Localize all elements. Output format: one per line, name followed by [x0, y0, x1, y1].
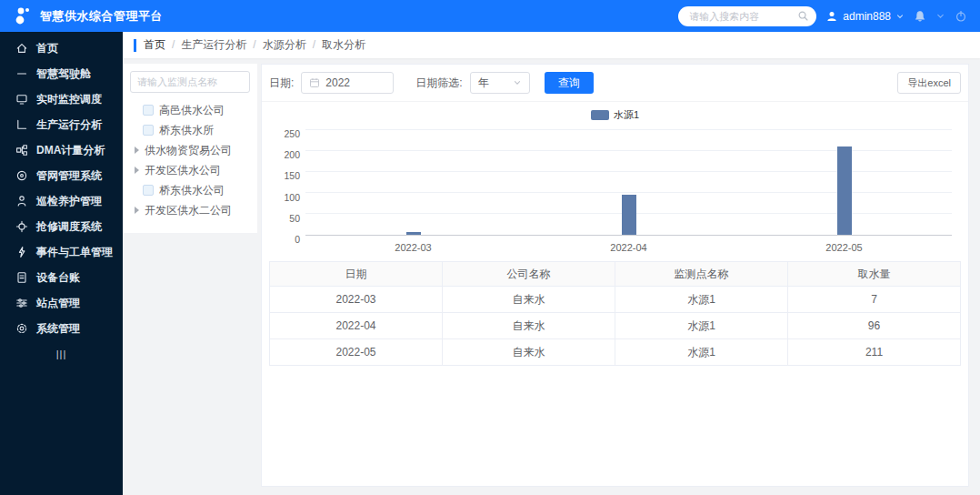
table-cell: 211 — [788, 339, 961, 366]
chart-plot-area: 2022-032022-042022-05 050100150200250 — [269, 126, 952, 254]
patrol-person-icon — [15, 195, 28, 207]
expand-arrow-icon[interactable] — [135, 167, 139, 174]
tree-checkbox[interactable] — [143, 185, 154, 196]
breadcrumb-item[interactable]: 水源分析 — [263, 38, 306, 51]
tree-search-input[interactable] — [130, 71, 250, 93]
breadcrumb-item[interactable]: 生产运行分析 — [181, 38, 246, 51]
table-header-cell: 取水量 — [788, 262, 961, 287]
user-avatar-icon — [825, 10, 838, 23]
sidebar-item-1[interactable]: 首页 — [0, 35, 123, 61]
global-search[interactable] — [678, 6, 816, 26]
table-cell: 自来水 — [443, 313, 615, 339]
period-select[interactable]: 年 — [470, 72, 530, 94]
sidebar-item-label: 管网管理系统 — [36, 168, 102, 184]
table-cell: 7 — [788, 287, 961, 313]
table-cell: 2022-03 — [270, 287, 443, 313]
chart-bar-column — [736, 130, 952, 235]
date-picker[interactable]: 2022 — [301, 72, 394, 94]
data-table-section: 日期公司名称监测点名称取水量 2022-03自来水水源172022-04自来水水… — [269, 261, 961, 366]
tree-item-label: 开发区供水公司 — [145, 163, 221, 178]
table-header-cell: 监测点名称 — [615, 262, 788, 287]
tree-item[interactable]: 桥东供水所 — [130, 120, 250, 140]
chart-legend[interactable]: 水源1 — [262, 106, 968, 123]
tree-item[interactable]: 供水物资贸易公司 — [130, 140, 250, 160]
sidebar-item-label: 抢修调度系统 — [36, 219, 102, 235]
tree-checkbox[interactable] — [143, 105, 154, 116]
y-axis-tick-label: 150 — [269, 170, 300, 181]
breadcrumb-item[interactable]: 首页 — [144, 38, 165, 51]
sidebar-item-3[interactable]: 实时监控调度 — [0, 86, 123, 112]
repair-dispatch-icon — [15, 220, 28, 233]
tree-item[interactable]: 开发区供水公司 — [130, 160, 250, 180]
sidebar-item-2[interactable]: 智慧驾驶舱 — [0, 61, 123, 86]
dashboard-icon — [15, 67, 28, 80]
chart-bar-column — [305, 130, 521, 235]
sidebar-item-8[interactable]: 抢修调度系统 — [0, 214, 123, 239]
filter-toolbar: 日期: 2022 日期筛选: 年 — [262, 65, 968, 101]
chart-bar — [622, 195, 636, 235]
data-table: 日期公司名称监测点名称取水量 2022-03自来水水源172022-04自来水水… — [269, 261, 961, 366]
expand-arrow-icon[interactable] — [135, 146, 139, 154]
table-cell: 自来水 — [443, 339, 615, 366]
username: admin888 — [843, 10, 891, 23]
sidebar-item-label: 设备台账 — [36, 270, 80, 286]
y-axis-tick-label: 250 — [269, 128, 300, 139]
table-row: 2022-03自来水水源17 — [270, 287, 961, 313]
expand-arrow-icon[interactable] — [135, 207, 139, 214]
sidebar-item-label: 生产运行分析 — [36, 117, 102, 133]
search-icon[interactable] — [797, 10, 809, 22]
pipe-network-icon — [15, 169, 28, 182]
tree-item-label: 开发区供水二公司 — [145, 203, 232, 218]
sidebar-item-label: 系统管理 — [36, 321, 80, 337]
date-value: 2022 — [325, 76, 350, 89]
sidebar-item-9[interactable]: 事件与工单管理 — [0, 239, 123, 265]
x-axis-tick-label: 2022-05 — [736, 237, 952, 254]
tree-item[interactable]: 高邑供水公司 — [130, 100, 250, 120]
sidebar-collapse-toggle[interactable]: ||| — [0, 349, 123, 359]
sidebar-item-label: 实时监控调度 — [36, 92, 102, 107]
app-logo-bubbles-icon — [13, 5, 33, 27]
table-row: 2022-04自来水水源196 — [270, 313, 961, 339]
sidebar-item-5[interactable]: DMA计量分析 — [0, 137, 123, 163]
query-button[interactable]: 查询 — [545, 72, 594, 94]
tree-item[interactable]: 桥东供水公司 — [130, 180, 250, 200]
sidebar-item-11[interactable]: 站点管理 — [0, 290, 123, 316]
user-menu[interactable]: admin888 — [825, 10, 905, 23]
collapse-chevron-icon[interactable] — [935, 11, 945, 21]
sidebar-item-10[interactable]: 设备台账 — [0, 265, 123, 290]
sidebar-item-label: 站点管理 — [36, 296, 80, 311]
date-label: 日期: — [269, 76, 294, 91]
chart-bars — [305, 130, 952, 235]
breadcrumb-item[interactable]: 取水分析 — [322, 38, 365, 51]
production-chart-icon — [15, 118, 28, 131]
notification-bell-icon[interactable] — [914, 10, 926, 23]
table-header-cell: 公司名称 — [443, 262, 615, 287]
export-excel-button[interactable]: 导出excel — [897, 72, 961, 94]
x-axis-tick-label: 2022-03 — [305, 237, 521, 254]
sidebar-item-6[interactable]: 管网管理系统 — [0, 163, 123, 188]
monitor-icon — [15, 93, 28, 106]
table-cell: 水源1 — [615, 339, 788, 366]
table-row: 2022-05自来水水源1211 — [270, 339, 961, 366]
sidebar-item-12[interactable]: 系统管理 — [0, 316, 123, 341]
select-chevron-down-icon — [513, 78, 522, 87]
content-area: 首页/生产运行分析/水源分析/取水分析 高邑供水公司桥东供水所供水物资贸易公司开… — [123, 32, 980, 495]
table-header-cell: 日期 — [270, 262, 443, 287]
dma-metering-icon — [15, 144, 28, 157]
sidebar-item-7[interactable]: 巡检养护管理 — [0, 188, 123, 214]
y-axis-tick-label: 100 — [269, 192, 300, 203]
breadcrumb-accent-bar — [134, 39, 136, 52]
power-logout-icon[interactable] — [955, 10, 967, 23]
sidebar-item-label: DMA计量分析 — [36, 143, 105, 158]
tree-item[interactable]: 开发区供水二公司 — [130, 200, 250, 220]
legend-swatch — [591, 110, 609, 120]
sidebar-item-label: 首页 — [36, 41, 58, 56]
sidebar-item-4[interactable]: 生产运行分析 — [0, 112, 123, 137]
table-cell: 2022-04 — [270, 313, 443, 339]
global-search-input[interactable] — [689, 11, 797, 22]
breadcrumb: 首页/生产运行分析/水源分析/取水分析 — [123, 32, 980, 58]
tree-checkbox[interactable] — [143, 125, 154, 136]
monitoring-point-tree-panel: 高邑供水公司桥东供水所供水物资贸易公司开发区供水公司桥东供水公司开发区供水二公司 — [123, 64, 257, 233]
page-body: 高邑供水公司桥东供水所供水物资贸易公司开发区供水公司桥东供水公司开发区供水二公司… — [123, 58, 980, 495]
table-cell: 水源1 — [615, 287, 788, 313]
